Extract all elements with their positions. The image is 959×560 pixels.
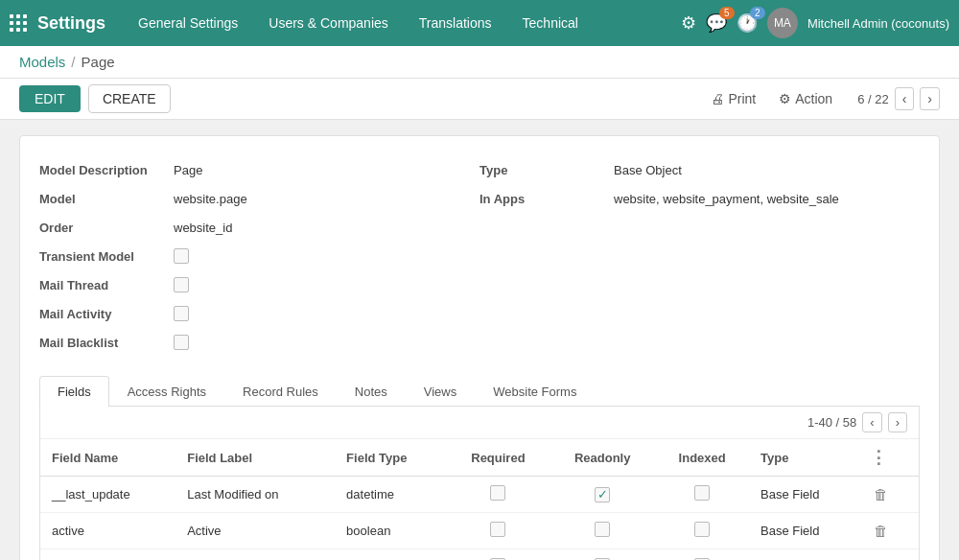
print-icon: 🖨 [711, 91, 724, 106]
tabs-container: Fields Access Rights Record Rules Notes … [39, 376, 920, 407]
topnav: Settings General Settings Users & Compan… [0, 0, 959, 46]
print-button[interactable]: 🖨 Print [703, 87, 763, 110]
table-pager-prev[interactable]: ‹ [862, 412, 881, 432]
cell-readonly [550, 513, 655, 549]
form-row-mail-thread: Mail Thread [39, 270, 480, 299]
pager-prev-button[interactable]: ‹ [895, 87, 915, 110]
form-row-model: Model website.page [39, 184, 480, 213]
table-section: 1-40 / 58 ‹ › Field Name Field Label Fie… [39, 407, 920, 560]
indexed-checkbox[interactable] [694, 485, 710, 501]
mail-activity-label: Mail Activity [39, 307, 174, 321]
create-button[interactable]: CREATE [88, 84, 171, 113]
cell-type: Base Field [749, 477, 858, 513]
cell-type: Base Field [749, 549, 858, 561]
form-col-left: Model Description Page Model website.pag… [39, 155, 480, 357]
col-readonly: Readonly [550, 439, 655, 477]
pager-text: 6 / 22 [857, 92, 889, 106]
order-label: Order [39, 221, 174, 235]
readonly-checkbox[interactable] [595, 522, 610, 537]
indexed-checkbox[interactable] [694, 522, 710, 537]
record-card: Model Description Page Model website.pag… [19, 135, 940, 560]
table-pager-text: 1-40 / 58 [807, 415, 856, 430]
topnav-right: ⚙ 💬 5 🕐 2 MA Mitchell Admin (coconuts) [681, 8, 949, 38]
apps-grid-icon[interactable] [10, 14, 28, 33]
required-checkbox[interactable] [490, 522, 505, 537]
cell-required [447, 549, 550, 561]
model-description-label: Model Description [39, 163, 174, 177]
in-apps-value: website, website_payment, website_sale [614, 192, 839, 206]
cell-required [447, 513, 550, 549]
breadcrumb-current: Page [82, 54, 115, 70]
tab-record-rules[interactable]: Record Rules [224, 376, 337, 407]
messaging-icon[interactable]: 💬 5 [706, 12, 727, 34]
form-row-mail-blacklist: Mail Blacklist [39, 328, 480, 357]
chat-badge: 2 [750, 7, 765, 19]
col-field-type: Field Type [335, 439, 447, 477]
edit-button[interactable]: EDIT [19, 85, 81, 112]
form-row-model-description: Model Description Page [39, 155, 480, 184]
cell-field-label: Active [175, 513, 335, 549]
nav-technical[interactable]: Technical [509, 10, 592, 36]
action-label: Action [795, 91, 832, 106]
cell-delete: 🗑 [858, 549, 919, 561]
model-label: Model [39, 192, 174, 206]
cell-type: Base Field [749, 513, 858, 549]
tab-website-forms[interactable]: Website Forms [475, 376, 595, 407]
nav-translations[interactable]: Translations [406, 10, 505, 36]
model-value: website.page [174, 192, 247, 206]
cell-delete: 🗑 [858, 513, 919, 549]
breadcrumb: Models / Page [0, 46, 959, 79]
cell-field-name: __last_update [40, 477, 175, 513]
col-more[interactable]: ⋮ [858, 439, 919, 477]
nav-users-companies[interactable]: Users & Companies [255, 10, 402, 36]
mail-blacklist-checkbox[interactable] [174, 335, 189, 350]
settings-icon[interactable]: ⚙ [681, 12, 696, 34]
tab-access-rights[interactable]: Access Rights [109, 376, 224, 407]
print-label: Print [728, 91, 756, 106]
cell-field-type: text [335, 549, 447, 561]
mail-thread-checkbox[interactable] [174, 277, 189, 292]
nav-general-settings[interactable]: General Settings [125, 10, 251, 36]
cell-field-name: active [40, 513, 175, 549]
breadcrumb-separator: / [71, 54, 75, 70]
col-field-label: Field Label [175, 439, 335, 477]
toolbar: EDIT CREATE 🖨 Print ⚙ Action 6 / 22 ‹ › [0, 79, 959, 120]
cell-indexed [655, 477, 749, 513]
mail-blacklist-label: Mail Blacklist [39, 336, 174, 350]
table-header-row: Field Name Field Label Field Type Requir… [40, 439, 919, 477]
topnav-menu: General Settings Users & Companies Trans… [125, 10, 681, 36]
breadcrumb-parent[interactable]: Models [19, 54, 65, 70]
brand-label: Settings [37, 13, 105, 34]
form-row-in-apps: In Apps website, website_payment, websit… [480, 184, 920, 213]
notification-badge: 5 [719, 7, 735, 19]
cell-indexed [655, 549, 749, 561]
transient-model-checkbox[interactable] [174, 248, 189, 264]
tab-notes[interactable]: Notes [337, 376, 406, 407]
table-pager-next[interactable]: › [888, 412, 907, 432]
gear-icon: ⚙ [779, 91, 791, 106]
model-description-value: Page [174, 163, 202, 177]
form-grid: Model Description Page Model website.pag… [39, 155, 920, 357]
action-button[interactable]: ⚙ Action [771, 87, 840, 110]
delete-row-button[interactable]: 🗑 [870, 521, 892, 541]
delete-row-button[interactable]: 🗑 [870, 484, 892, 504]
cell-required [447, 477, 550, 513]
mail-activity-checkbox[interactable] [174, 306, 189, 321]
col-field-name: Field Name [40, 439, 175, 477]
user-name-label[interactable]: Mitchell Admin (coconuts) [807, 16, 949, 31]
required-checkbox[interactable] [490, 485, 505, 501]
order-value: website_id [174, 221, 232, 235]
tab-views[interactable]: Views [406, 376, 475, 407]
avatar[interactable]: MA [767, 8, 798, 38]
chat-icon[interactable]: 🕐 2 [737, 12, 758, 34]
form-row-order: Order website_id [39, 213, 480, 242]
tab-fields[interactable]: Fields [39, 376, 109, 407]
table-row: arch View Architecture text Base Field 🗑 [40, 549, 919, 561]
type-label: Type [480, 163, 614, 177]
readonly-checkbox[interactable]: ✓ [595, 487, 610, 502]
in-apps-label: In Apps [480, 192, 614, 206]
cell-field-type: boolean [335, 513, 447, 549]
pager-next-button[interactable]: › [920, 87, 940, 110]
cell-readonly: ✓ [550, 477, 655, 513]
form-row-type: Type Base Object [480, 155, 920, 184]
